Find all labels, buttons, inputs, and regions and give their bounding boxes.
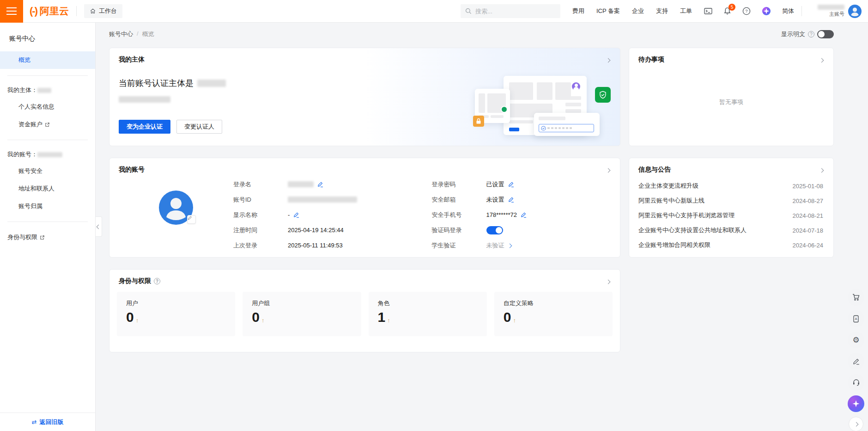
divider (7, 222, 88, 222)
announcement-row[interactable]: 阿里云账号中心支持手机浏览器管理 2024-08-21 (629, 208, 833, 223)
sidebar-item-account-ownership[interactable]: 账号归属 (0, 197, 95, 215)
nav-item-billing[interactable]: 费用 (572, 7, 584, 15)
stat-label: 用户组 (252, 299, 352, 308)
edit-display-name-icon[interactable] (293, 212, 299, 218)
feedback-pencil-icon[interactable] (848, 353, 864, 369)
redacted-subject-name (37, 88, 51, 93)
workbench-button[interactable]: 工作台 (84, 4, 122, 18)
sidebar-group-subject: 我的主体： (0, 82, 95, 98)
nav-item-icp[interactable]: ICP 备案 (596, 7, 620, 15)
back-to-old-version-link[interactable]: ⇄ 返回旧版 (0, 413, 95, 431)
stat-value: 0 (126, 310, 134, 324)
show-plaintext-toggle[interactable] (817, 30, 834, 38)
aliyun-logo[interactable]: (-) 阿里云 (30, 5, 69, 18)
iam-help-icon[interactable]: ? (154, 278, 160, 284)
todo-card-arrow[interactable] (820, 56, 823, 63)
stat-tile-custom-policies[interactable]: 自定义策略 0↑ (494, 292, 613, 336)
field-label: 注册时间 (233, 226, 288, 234)
field-login-password: 登录密码 已设置 (432, 177, 610, 192)
stat-tile-users[interactable]: 用户 0↑ (117, 292, 235, 336)
edit-email-icon[interactable] (508, 197, 514, 203)
stat-value: 0 (252, 310, 260, 324)
breadcrumb-separator: / (137, 30, 139, 38)
todo-card-title: 待办事项 (638, 55, 664, 64)
shield-check-icon (595, 87, 611, 103)
hamburger-menu-icon[interactable] (0, 0, 23, 23)
lock-icon (473, 116, 484, 127)
overview-label: 概览 (18, 56, 30, 64)
back-to-old-label: 返回旧版 (39, 418, 63, 426)
stat-label: 用户 (126, 299, 226, 308)
announcement-row[interactable]: 阿里云账号中心新版上线 2024-08-27 (629, 193, 833, 208)
field-label: 登录名 (233, 180, 288, 189)
stat-tile-user-groups[interactable]: 用户组 0↑ (243, 292, 361, 336)
sidebar-title: 账号中心 (0, 23, 95, 51)
user-avatar[interactable] (848, 5, 862, 18)
change-certifier-button[interactable]: 变更认证人 (176, 120, 222, 134)
student-verify-link[interactable] (508, 242, 511, 249)
account-security-label: 账号安全 (18, 167, 42, 175)
edit-login-name-icon[interactable] (317, 181, 323, 187)
language-switch[interactable]: 简体 (782, 7, 794, 15)
external-link-icon (45, 122, 50, 127)
illustration-password-popup (534, 113, 600, 136)
todo-card: 待办事项 暂无事项 (629, 48, 834, 146)
account-ownership-label: 账号归属 (18, 202, 42, 210)
gear-icon[interactable]: ⚙ (848, 332, 864, 348)
translate-icon[interactable]: A (848, 310, 864, 327)
nav-item-tickets[interactable]: 工单 (680, 7, 692, 15)
help-circle-icon[interactable]: ? (808, 31, 814, 37)
edit-password-icon[interactable] (508, 181, 514, 187)
sidebar-item-overview[interactable]: 概览 (0, 51, 95, 69)
subject-card-arrow[interactable] (607, 56, 610, 63)
field-label: 安全邮箱 (432, 196, 486, 204)
search-input[interactable] (475, 8, 549, 15)
announcement-row[interactable]: 企业账号中心支持设置公共地址和联系人 2024-07-18 (629, 223, 833, 238)
up-arrow-icon: ↑ (513, 317, 516, 324)
announcement-row[interactable]: 企业主体变更流程升级 2025-01-08 (629, 179, 833, 193)
account-card-arrow[interactable] (607, 166, 610, 173)
nav-item-enterprise[interactable]: 企业 (632, 7, 644, 15)
divider (7, 140, 88, 140)
notification-bell-icon[interactable]: 5 (723, 7, 731, 15)
realname-info-label: 个人实名信息 (18, 103, 55, 111)
code-login-toggle[interactable] (486, 226, 503, 234)
sidebar-item-fund-account[interactable]: 资金账户 (0, 116, 95, 133)
stat-tile-roles[interactable]: 角色 1↑ (369, 292, 487, 336)
redacted-username (818, 5, 844, 10)
announcement-title: 企业主体变更流程升级 (638, 182, 698, 190)
sidebar-item-address-contacts[interactable]: 地址和联系人 (0, 180, 95, 197)
sidebar-item-iam[interactable]: 身份与权限 (0, 228, 95, 246)
divider (801, 6, 802, 16)
ai-assistant-floating-icon[interactable] (848, 395, 864, 412)
sidebar-item-realname-info[interactable]: 个人实名信息 (0, 98, 95, 116)
user-account-area[interactable]: 主账号 (818, 5, 862, 18)
nav-item-support[interactable]: 支持 (656, 7, 668, 15)
iam-card-arrow[interactable] (607, 278, 610, 285)
upgrade-enterprise-button[interactable]: 变为企业认证 (119, 120, 170, 134)
announcement-title: 阿里云账号中心新版上线 (638, 197, 704, 205)
global-search[interactable] (461, 4, 560, 18)
sidebar-collapse-handle[interactable] (96, 216, 102, 237)
terminal-icon[interactable] (704, 7, 712, 15)
field-security-phone: 安全手机号 178******72 (432, 207, 610, 222)
cart-icon[interactable] (848, 289, 864, 306)
toolbar-collapse-icon[interactable] (849, 417, 863, 431)
announcement-row[interactable]: 企业账号增加合同相关权限 2024-06-24 (629, 238, 833, 252)
todo-empty-text: 暂无事项 (629, 98, 833, 106)
help-icon[interactable]: ? (742, 7, 751, 15)
iam-card-title: 身份与权限 (119, 277, 151, 285)
announcements-card-arrow[interactable] (820, 166, 823, 173)
profile-avatar[interactable] (159, 191, 193, 225)
sidebar-item-account-security[interactable]: 账号安全 (0, 162, 95, 180)
headset-support-icon[interactable] (848, 374, 864, 391)
stat-label: 角色 (378, 299, 478, 308)
floating-side-toolbar: A ⚙ (848, 289, 864, 431)
ai-assistant-icon[interactable] (762, 6, 771, 16)
iam-card: 身份与权限 ? 用户 0↑ 用户组 0↑ 角色 (109, 269, 620, 352)
illustration-green-badge (501, 106, 508, 113)
breadcrumb-root[interactable]: 账号中心 (109, 30, 133, 38)
field-label: 验证码登录 (432, 226, 486, 234)
avatar-edit-button[interactable] (187, 215, 196, 224)
edit-phone-icon[interactable] (521, 212, 527, 218)
